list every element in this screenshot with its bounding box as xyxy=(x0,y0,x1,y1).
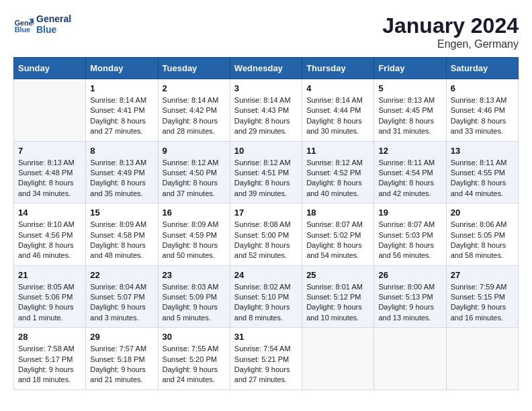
day-info: Sunrise: 8:13 AMSunset: 4:48 PMDaylight:… xyxy=(18,158,81,199)
day-number: 3 xyxy=(234,83,298,93)
day-info: Sunrise: 8:07 AMSunset: 5:02 PMDaylight:… xyxy=(306,220,369,261)
calendar-cell: 8Sunrise: 8:13 AMSunset: 4:49 PMDaylight… xyxy=(86,141,158,203)
calendar-table: SundayMondayTuesdayWednesdayThursdayFrid… xyxy=(13,57,519,390)
calendar-body: 1Sunrise: 8:14 AMSunset: 4:41 PMDaylight… xyxy=(14,79,519,390)
day-number: 12 xyxy=(378,146,441,156)
day-info: Sunrise: 7:55 AMSunset: 5:20 PMDaylight:… xyxy=(163,344,226,385)
calendar-cell xyxy=(14,79,86,142)
day-number: 13 xyxy=(451,146,514,156)
logo-icon: General Blue xyxy=(13,14,34,34)
calendar-cell xyxy=(446,328,518,390)
calendar-cell: 30Sunrise: 7:55 AMSunset: 5:20 PMDayligh… xyxy=(158,328,230,390)
day-number: 26 xyxy=(378,270,441,280)
day-number: 31 xyxy=(234,332,298,342)
day-info: Sunrise: 8:12 AMSunset: 4:52 PMDaylight:… xyxy=(306,158,369,199)
day-info: Sunrise: 8:03 AMSunset: 5:09 PMDaylight:… xyxy=(163,282,226,324)
day-number: 6 xyxy=(451,83,514,93)
calendar-cell: 7Sunrise: 8:13 AMSunset: 4:48 PMDaylight… xyxy=(14,141,86,203)
header-cell-wednesday: Wednesday xyxy=(230,58,302,79)
calendar-cell xyxy=(374,328,446,390)
day-number: 23 xyxy=(163,270,226,280)
week-row-2: 7Sunrise: 8:13 AMSunset: 4:48 PMDaylight… xyxy=(14,141,519,203)
day-number: 7 xyxy=(18,146,81,156)
calendar-cell: 10Sunrise: 8:12 AMSunset: 4:51 PMDayligh… xyxy=(230,141,302,203)
header-cell-monday: Monday xyxy=(86,58,158,79)
day-number: 30 xyxy=(163,332,226,342)
day-number: 29 xyxy=(90,332,153,342)
calendar-cell: 15Sunrise: 8:09 AMSunset: 4:58 PMDayligh… xyxy=(86,203,158,266)
day-number: 17 xyxy=(234,208,298,218)
calendar-cell: 14Sunrise: 8:10 AMSunset: 4:56 PMDayligh… xyxy=(14,203,86,266)
calendar-cell: 28Sunrise: 7:58 AMSunset: 5:17 PMDayligh… xyxy=(14,328,86,390)
day-number: 25 xyxy=(306,270,369,280)
calendar-cell: 6Sunrise: 8:13 AMSunset: 4:46 PMDaylight… xyxy=(446,79,518,142)
day-info: Sunrise: 8:14 AMSunset: 4:42 PMDaylight:… xyxy=(163,95,226,137)
day-number: 15 xyxy=(90,208,153,218)
calendar-cell: 20Sunrise: 8:06 AMSunset: 5:05 PMDayligh… xyxy=(446,203,518,266)
day-info: Sunrise: 8:12 AMSunset: 4:50 PMDaylight:… xyxy=(163,158,226,199)
title-block: January 2024 Engen, Germany xyxy=(382,13,519,50)
day-info: Sunrise: 8:04 AMSunset: 5:07 PMDaylight:… xyxy=(90,282,153,324)
calendar-cell: 29Sunrise: 7:57 AMSunset: 5:18 PMDayligh… xyxy=(86,328,158,390)
header-cell-saturday: Saturday xyxy=(446,58,518,79)
calendar-cell: 16Sunrise: 8:09 AMSunset: 4:59 PMDayligh… xyxy=(158,203,230,266)
day-number: 4 xyxy=(306,83,369,93)
calendar-cell: 17Sunrise: 8:08 AMSunset: 5:00 PMDayligh… xyxy=(230,203,302,266)
day-number: 22 xyxy=(90,270,153,280)
calendar-cell: 25Sunrise: 8:01 AMSunset: 5:12 PMDayligh… xyxy=(302,265,374,328)
main-title: January 2024 xyxy=(382,13,519,38)
day-info: Sunrise: 8:13 AMSunset: 4:46 PMDaylight:… xyxy=(451,95,514,137)
day-info: Sunrise: 7:57 AMSunset: 5:18 PMDaylight:… xyxy=(90,344,153,385)
calendar-cell: 27Sunrise: 7:59 AMSunset: 5:15 PMDayligh… xyxy=(446,265,518,328)
calendar-cell: 1Sunrise: 8:14 AMSunset: 4:41 PMDaylight… xyxy=(86,79,158,142)
calendar-cell: 24Sunrise: 8:02 AMSunset: 5:10 PMDayligh… xyxy=(230,265,302,328)
page-header: General Blue General Blue January 2024 E… xyxy=(13,13,519,50)
day-info: Sunrise: 8:13 AMSunset: 4:49 PMDaylight:… xyxy=(90,158,153,199)
day-info: Sunrise: 8:11 AMSunset: 4:55 PMDaylight:… xyxy=(451,158,514,199)
day-number: 21 xyxy=(18,270,81,280)
subtitle: Engen, Germany xyxy=(382,38,519,50)
day-info: Sunrise: 8:08 AMSunset: 5:00 PMDaylight:… xyxy=(234,220,298,261)
day-info: Sunrise: 8:07 AMSunset: 5:03 PMDaylight:… xyxy=(378,220,441,261)
day-info: Sunrise: 8:12 AMSunset: 4:51 PMDaylight:… xyxy=(234,158,298,199)
day-number: 1 xyxy=(90,83,153,93)
day-info: Sunrise: 7:54 AMSunset: 5:21 PMDaylight:… xyxy=(234,344,298,385)
header-cell-thursday: Thursday xyxy=(302,58,374,79)
calendar-cell: 21Sunrise: 8:05 AMSunset: 5:06 PMDayligh… xyxy=(14,265,86,328)
header-row: SundayMondayTuesdayWednesdayThursdayFrid… xyxy=(14,58,519,79)
day-number: 28 xyxy=(18,332,81,342)
week-row-1: 1Sunrise: 8:14 AMSunset: 4:41 PMDaylight… xyxy=(14,79,519,142)
day-info: Sunrise: 8:10 AMSunset: 4:56 PMDaylight:… xyxy=(18,220,81,261)
calendar-cell: 12Sunrise: 8:11 AMSunset: 4:54 PMDayligh… xyxy=(374,141,446,203)
calendar-cell: 19Sunrise: 8:07 AMSunset: 5:03 PMDayligh… xyxy=(374,203,446,266)
day-info: Sunrise: 8:14 AMSunset: 4:41 PMDaylight:… xyxy=(90,95,153,137)
day-info: Sunrise: 8:06 AMSunset: 5:05 PMDaylight:… xyxy=(451,220,514,261)
day-number: 19 xyxy=(378,208,441,218)
day-number: 27 xyxy=(451,270,514,280)
day-info: Sunrise: 7:59 AMSunset: 5:15 PMDaylight:… xyxy=(451,282,514,324)
week-row-3: 14Sunrise: 8:10 AMSunset: 4:56 PMDayligh… xyxy=(14,203,519,266)
calendar-cell: 2Sunrise: 8:14 AMSunset: 4:42 PMDaylight… xyxy=(158,79,230,142)
day-info: Sunrise: 8:13 AMSunset: 4:45 PMDaylight:… xyxy=(378,95,441,137)
day-number: 11 xyxy=(306,146,369,156)
calendar-cell: 23Sunrise: 8:03 AMSunset: 5:09 PMDayligh… xyxy=(158,265,230,328)
day-number: 9 xyxy=(163,146,226,156)
day-info: Sunrise: 8:00 AMSunset: 5:13 PMDaylight:… xyxy=(378,282,441,324)
svg-text:Blue: Blue xyxy=(15,26,30,34)
calendar-cell: 3Sunrise: 8:14 AMSunset: 4:43 PMDaylight… xyxy=(230,79,302,142)
day-number: 18 xyxy=(306,208,369,218)
calendar-cell: 9Sunrise: 8:12 AMSunset: 4:50 PMDaylight… xyxy=(158,141,230,203)
day-info: Sunrise: 8:09 AMSunset: 4:59 PMDaylight:… xyxy=(163,220,226,261)
day-info: Sunrise: 8:09 AMSunset: 4:58 PMDaylight:… xyxy=(90,220,153,261)
calendar-cell: 26Sunrise: 8:00 AMSunset: 5:13 PMDayligh… xyxy=(374,265,446,328)
day-number: 16 xyxy=(163,208,226,218)
calendar-cell: 31Sunrise: 7:54 AMSunset: 5:21 PMDayligh… xyxy=(230,328,302,390)
header-cell-sunday: Sunday xyxy=(14,58,86,79)
calendar-cell: 13Sunrise: 8:11 AMSunset: 4:55 PMDayligh… xyxy=(446,141,518,203)
calendar-cell: 18Sunrise: 8:07 AMSunset: 5:02 PMDayligh… xyxy=(302,203,374,266)
day-number: 14 xyxy=(18,208,81,218)
day-info: Sunrise: 8:11 AMSunset: 4:54 PMDaylight:… xyxy=(378,158,441,199)
day-info: Sunrise: 8:02 AMSunset: 5:10 PMDaylight:… xyxy=(234,282,298,324)
calendar-cell xyxy=(302,328,374,390)
calendar-header: SundayMondayTuesdayWednesdayThursdayFrid… xyxy=(14,58,519,79)
